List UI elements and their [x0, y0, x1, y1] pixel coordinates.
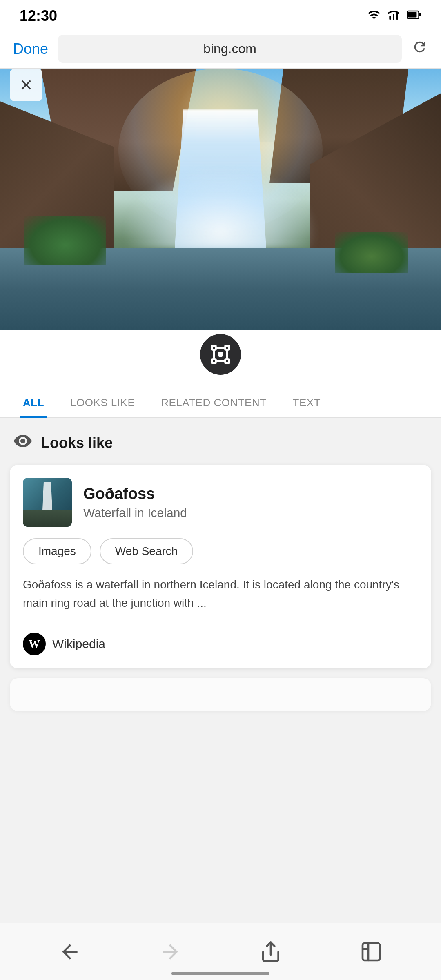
bottom-nav	[0, 923, 441, 980]
thumb-waterfall	[41, 482, 53, 510]
tabs-bar: ALL LOOKS LIKE RELATED CONTENT TEXT	[0, 379, 441, 418]
result-top: Goðafoss Waterfall in Iceland	[23, 478, 418, 527]
add-tab-button[interactable]	[351, 931, 392, 972]
close-button[interactable]	[10, 69, 42, 101]
next-card-peek	[10, 678, 431, 711]
vegetation-right	[335, 232, 408, 273]
wikipedia-link[interactable]: W Wikipedia	[23, 624, 418, 655]
wikipedia-label: Wikipedia	[52, 637, 105, 651]
images-tag-button[interactable]: Images	[23, 538, 91, 564]
tab-looks-like[interactable]: LOOKS LIKE	[57, 387, 148, 417]
result-thumbnail	[23, 478, 72, 527]
web-search-tag-button[interactable]: Web Search	[100, 538, 194, 564]
svg-rect-0	[389, 16, 391, 19]
signal-icon	[387, 8, 400, 24]
thumb-rocks	[23, 510, 72, 527]
status-time: 12:30	[20, 7, 57, 24]
scan-button[interactable]	[200, 334, 241, 375]
url-bar[interactable]: bing.com	[58, 35, 402, 63]
looks-like-icon	[13, 431, 33, 455]
result-description: Goðafoss is a waterfall in northern Icel…	[23, 576, 418, 612]
waterfall-scene	[0, 69, 441, 330]
svg-rect-2	[396, 12, 398, 19]
svg-rect-1	[393, 14, 394, 19]
url-text: bing.com	[203, 41, 256, 56]
result-info: Goðafoss Waterfall in Iceland	[83, 485, 418, 520]
wikipedia-icon: W	[23, 633, 46, 655]
waterfall-spray	[122, 167, 318, 248]
done-button[interactable]: Done	[13, 40, 48, 58]
back-button[interactable]	[49, 931, 90, 972]
status-bar: 12:30	[0, 0, 441, 29]
scan-btn-area	[0, 330, 441, 379]
looks-like-section-header: Looks like	[0, 418, 441, 465]
hero-image	[0, 69, 441, 330]
tab-all[interactable]: ALL	[10, 387, 57, 417]
svg-point-6	[218, 352, 222, 356]
vegetation-left	[24, 216, 106, 265]
battery-icon	[407, 8, 421, 24]
svg-rect-4	[419, 13, 421, 16]
tag-row: Images Web Search	[23, 538, 418, 564]
looks-like-title: Looks like	[41, 434, 113, 452]
tab-text[interactable]: TEXT	[280, 387, 334, 417]
forward-button[interactable]	[150, 931, 191, 972]
share-button[interactable]	[250, 931, 291, 972]
nav-bar: Done bing.com	[0, 29, 441, 69]
result-name: Goðafoss	[83, 485, 418, 503]
status-icons	[368, 8, 421, 24]
wifi-icon	[368, 8, 381, 24]
refresh-button[interactable]	[412, 39, 428, 59]
result-card: Goðafoss Waterfall in Iceland Images Web…	[10, 465, 431, 668]
svg-rect-8	[363, 943, 380, 960]
result-subtitle: Waterfall in Iceland	[83, 506, 418, 520]
home-indicator	[172, 972, 270, 975]
svg-rect-5	[408, 12, 417, 17]
tab-related-content[interactable]: RELATED CONTENT	[148, 387, 279, 417]
